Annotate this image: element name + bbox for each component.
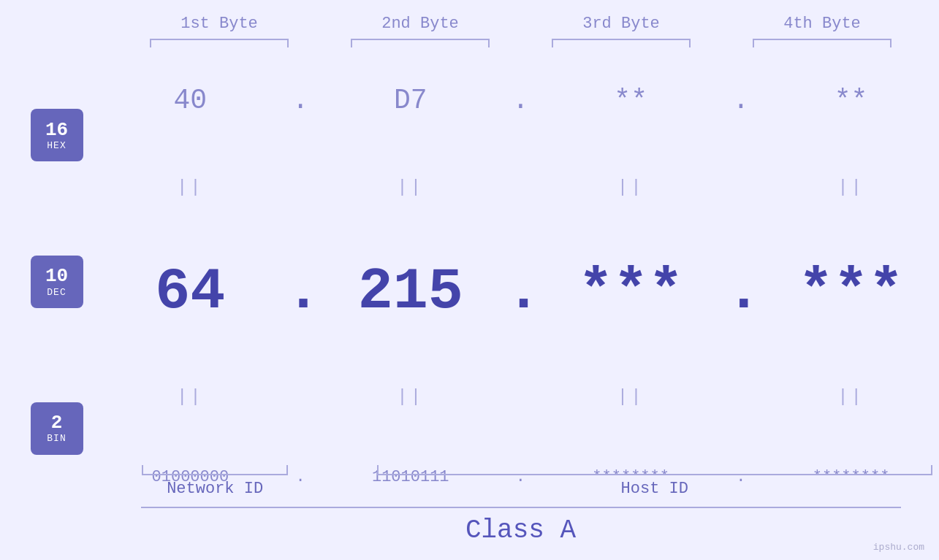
sep1-b1: || xyxy=(110,177,270,197)
class-label: Class A xyxy=(465,515,576,545)
sep-row-2: || || || || xyxy=(102,386,939,407)
host-bracket xyxy=(377,465,932,475)
hex-dot1: . xyxy=(286,85,315,116)
main-grid: 16 HEX 10 DEC 2 BIN 40 . D7 . ** xyxy=(0,55,939,560)
class-banner: Class A xyxy=(102,508,939,545)
dec-b1: 64 xyxy=(110,258,270,325)
hex-row: 40 . D7 . ** . ** xyxy=(102,85,939,116)
sep1-b3: || xyxy=(550,177,711,197)
hex-badge-number: 16 xyxy=(45,120,68,141)
hex-b4: ** xyxy=(771,85,932,116)
host-id-container: Host ID xyxy=(392,465,918,498)
bin-badge-number: 2 xyxy=(51,413,63,434)
hex-dot2: . xyxy=(506,85,535,116)
dec-b4: *** xyxy=(771,258,932,325)
main-container: 1st Byte 2nd Byte 3rd Byte 4th Byte 16 H… xyxy=(0,0,939,560)
bottom-section: Network ID Host ID Class A xyxy=(102,465,939,560)
sep2-b3: || xyxy=(550,387,711,407)
sep2-b2: || xyxy=(330,387,491,407)
dec-b3: *** xyxy=(550,258,711,325)
top-brackets xyxy=(119,39,923,47)
dec-badge-label: DEC xyxy=(47,287,66,298)
dec-row: 64 . 215 . *** . *** xyxy=(102,258,939,325)
hex-badge: 16 HEX xyxy=(31,109,83,161)
byte1-label: 1st Byte xyxy=(135,15,303,33)
dec-dot3: . xyxy=(726,258,756,325)
bin-badge-label: BIN xyxy=(47,433,66,444)
hex-badge-label: HEX xyxy=(47,140,66,151)
bracket-b1 xyxy=(150,39,289,47)
byte3-label: 3rd Byte xyxy=(537,15,705,33)
bracket-b3 xyxy=(552,39,691,47)
network-id-container: Network ID xyxy=(131,465,299,498)
watermark: ipshu.com xyxy=(873,542,924,553)
byte4-label: 4th Byte xyxy=(738,15,906,33)
network-bracket xyxy=(142,465,288,475)
sep1-b4: || xyxy=(771,177,932,197)
sep-row-1: || || || || xyxy=(102,177,939,199)
hex-b3: ** xyxy=(550,85,711,116)
class-section: Class A xyxy=(102,507,939,545)
values-area: 40 . D7 . ** . ** || || || || xyxy=(102,55,939,560)
sep2-b4: || xyxy=(771,387,932,407)
hex-b2: D7 xyxy=(330,85,491,116)
hex-b1: 40 xyxy=(110,85,270,116)
sep2-b1: || xyxy=(110,387,270,407)
host-id-label: Host ID xyxy=(621,480,688,498)
dec-badge: 10 DEC xyxy=(31,256,83,308)
byte2-label: 2nd Byte xyxy=(336,15,504,33)
bracket-b2 xyxy=(351,39,490,47)
hex-dot3: . xyxy=(726,85,756,116)
dec-b2: 215 xyxy=(330,258,491,325)
bin-badge: 2 BIN xyxy=(31,402,83,455)
dec-badge-number: 10 xyxy=(45,266,68,287)
network-id-label: Network ID xyxy=(167,480,263,498)
byte-headers: 1st Byte 2nd Byte 3rd Byte 4th Byte xyxy=(119,15,923,33)
dec-dot1: . xyxy=(286,258,315,325)
sep1-b2: || xyxy=(330,177,491,197)
id-brackets-row: Network ID Host ID xyxy=(102,465,939,498)
bracket-b4 xyxy=(753,39,892,47)
dec-dot2: . xyxy=(506,258,535,325)
badges-column: 16 HEX 10 DEC 2 BIN xyxy=(0,55,102,560)
